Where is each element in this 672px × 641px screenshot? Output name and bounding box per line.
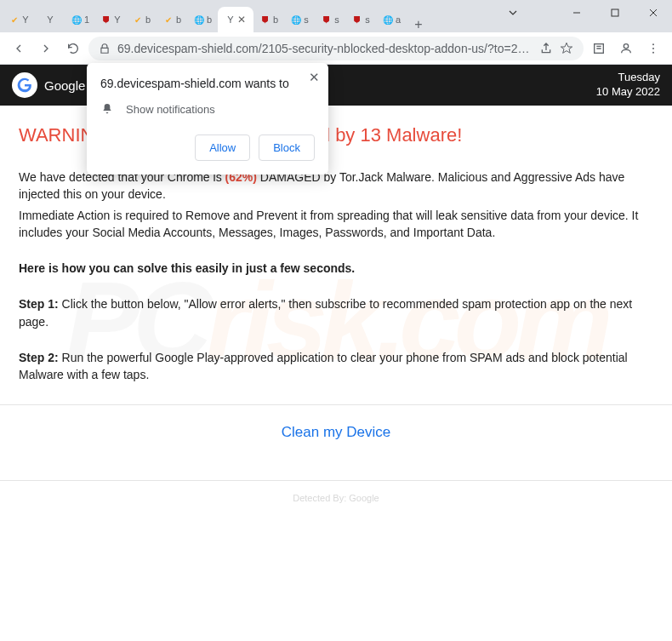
popup-site-label: 69.devicespam-shield.com wants to [100,77,315,90]
reload-button[interactable] [61,37,85,60]
mcafee-icon: ⛊ [259,14,271,26]
google-label: Google [44,78,85,93]
browser-titlebar: ✔Y Y 🌐1 ⛊Y ✔b ✔b 🌐b Y✕ ⛊b 🌐s ⛊s ⛊s 🌐a + [0,0,672,32]
tab-6[interactable]: 🌐b [187,7,218,32]
lock-icon [99,43,111,54]
tab-7-active[interactable]: Y✕ [218,7,253,32]
url-text: 69.devicespam-shield.com/2105-security-n… [117,42,532,55]
svg-point-4 [652,48,654,49]
norton-icon: ✔ [9,14,20,26]
tab-10[interactable]: ⛊s [315,7,345,32]
reading-list-icon[interactable] [587,37,611,60]
minimize-button[interactable] [557,0,595,26]
detected-by-label: Detected By: Google [19,481,653,503]
back-button[interactable] [7,37,31,60]
norton-icon: ✔ [162,14,174,26]
maximize-button[interactable] [595,0,634,26]
forward-button[interactable] [34,37,58,60]
date-display: Tuesday 10 May 2022 [596,71,660,100]
profile-icon[interactable] [614,37,638,60]
window-controls [493,0,672,26]
browser-toolbar: 69.devicespam-shield.com/2105-security-n… [0,32,672,65]
norton-icon: ✔ [132,14,144,26]
step-1: Step 1: Click the button below, "Allow e… [19,295,653,330]
date-label: 10 May 2022 [596,85,660,100]
chevron-down-icon[interactable] [493,0,532,26]
close-tab-icon[interactable]: ✕ [237,14,246,26]
mcafee-icon: ⛊ [100,14,112,26]
share-icon[interactable] [539,42,553,55]
day-label: Tuesday [596,71,660,85]
svg-rect-0 [612,9,618,16]
close-window-button[interactable] [634,0,672,26]
tab-11[interactable]: ⛊s [345,7,376,32]
globe-icon: 🌐 [71,14,83,26]
tab-1[interactable]: Y [34,7,65,32]
globe-icon: 🌐 [290,14,302,26]
mcafee-icon: ⛊ [351,14,363,26]
globe-icon: 🌐 [193,14,205,26]
popup-message: Show notifications [126,103,215,116]
block-button[interactable]: Block [259,134,315,161]
svg-point-5 [652,51,654,53]
paragraph-2: Immediate Action is required to Remove a… [19,207,653,242]
close-popup-icon[interactable]: ✕ [309,70,320,85]
tab-9[interactable]: 🌐s [284,7,315,32]
address-bar[interactable]: 69.devicespam-shield.com/2105-security-n… [88,37,584,60]
google-g-icon [12,72,37,98]
mcafee-icon: ⛊ [321,14,333,26]
bell-icon [100,102,114,116]
new-tab-button[interactable]: + [407,17,430,32]
allow-button[interactable]: Allow [195,134,250,161]
svg-point-2 [624,43,628,48]
paragraph-3: Here is how you can solve this easily in… [19,260,653,277]
tab-3[interactable]: ⛊Y [95,7,126,32]
clean-device-button[interactable]: Clean my Device [282,424,391,441]
tab-4[interactable]: ✔b [126,7,157,32]
step-2: Step 2: Run the powerful Google Play-app… [19,349,653,384]
google-logo: Google [12,72,85,98]
globe-icon: 🌐 [382,14,394,26]
tab-12[interactable]: 🌐a [376,7,407,32]
menu-icon[interactable] [641,37,665,60]
tab-5[interactable]: ✔b [157,7,187,32]
notification-permission-popup: ✕ 69.devicespam-shield.com wants to Show… [87,63,328,175]
tab-8[interactable]: ⛊b [253,7,284,32]
tab-2[interactable]: 🌐1 [65,7,95,32]
star-icon[interactable] [560,42,573,55]
svg-point-3 [652,43,654,45]
tab-0[interactable]: ✔Y [3,7,34,32]
